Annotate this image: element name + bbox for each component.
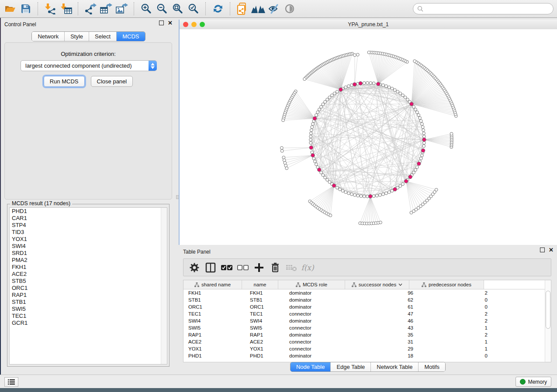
mcds-result-item[interactable]: STB1 bbox=[10, 299, 167, 306]
mcds-result-item[interactable]: TID3 bbox=[10, 229, 167, 236]
mcds-result-item[interactable]: STP4 bbox=[10, 222, 167, 229]
hub-node[interactable] bbox=[422, 138, 426, 141]
search-input[interactable] bbox=[426, 5, 549, 12]
table-row[interactable]: ORC1ORC1dominator610 bbox=[183, 303, 551, 310]
column-header-successor-nodes[interactable]: successor nodes bbox=[345, 280, 409, 289]
hub-node[interactable] bbox=[377, 82, 380, 86]
hub-node[interactable] bbox=[421, 149, 425, 152]
search-box[interactable] bbox=[413, 3, 554, 14]
minimize-window-button[interactable] bbox=[191, 22, 197, 27]
hub-node[interactable] bbox=[369, 195, 372, 198]
table-scrollbar-thumb[interactable] bbox=[546, 291, 550, 329]
tab-mcds[interactable]: MCDS bbox=[116, 32, 145, 41]
result-scrollbar[interactable] bbox=[161, 208, 167, 364]
mcds-result-item[interactable]: CAR1 bbox=[10, 215, 167, 222]
mcds-result-item[interactable]: PHD1 bbox=[10, 208, 167, 215]
table-tab-node-table[interactable]: Node Table bbox=[291, 362, 331, 371]
hub-node[interactable] bbox=[359, 82, 362, 85]
zoom-out-icon[interactable] bbox=[154, 1, 170, 16]
mcds-result-item[interactable]: SRD1 bbox=[10, 250, 167, 257]
column-layout-icon[interactable] bbox=[204, 261, 217, 274]
table-row[interactable]: PHD1PHD1dominator180 bbox=[183, 352, 551, 359]
export-table-icon[interactable] bbox=[98, 1, 114, 16]
table-row[interactable]: YOX1YOX1connector291 bbox=[183, 345, 551, 352]
network-view[interactable] bbox=[180, 29, 557, 245]
maximize-window-button[interactable] bbox=[200, 22, 205, 27]
hub-node[interactable] bbox=[404, 179, 408, 183]
table-row[interactable]: RAP1RAP1dominator352 bbox=[183, 331, 551, 338]
network-titlebar[interactable]: YPA_prune.txt_1 bbox=[180, 20, 557, 30]
hub-node[interactable] bbox=[339, 88, 343, 91]
float-panel-button[interactable] bbox=[159, 21, 164, 25]
memory-button[interactable]: Memory bbox=[515, 377, 551, 387]
hub-node[interactable] bbox=[353, 83, 356, 86]
mcds-result-item[interactable]: ACE2 bbox=[10, 271, 167, 278]
run-mcds-button[interactable]: Run MCDS bbox=[44, 76, 85, 87]
column-header-name[interactable]: name bbox=[242, 280, 278, 289]
table-tab-motifs[interactable]: Motifs bbox=[418, 362, 445, 371]
table-options-icon[interactable] bbox=[188, 261, 201, 274]
hide-graphics-details-icon[interactable] bbox=[266, 1, 282, 16]
refresh-view-icon[interactable] bbox=[210, 1, 226, 16]
network-snapshot-icon[interactable] bbox=[235, 1, 250, 16]
zoom-selected-icon[interactable] bbox=[186, 1, 201, 16]
delete-table-icon[interactable] bbox=[285, 261, 298, 274]
import-table-icon[interactable] bbox=[58, 1, 74, 16]
hub-node[interactable] bbox=[313, 117, 316, 120]
task-history-button[interactable] bbox=[4, 377, 18, 387]
close-table-panel-button[interactable]: ✕ bbox=[549, 248, 554, 252]
close-panel-button[interactable]: ✕ bbox=[168, 21, 173, 25]
network-overview-icon[interactable] bbox=[250, 1, 266, 16]
deselect-all-check-icon[interactable] bbox=[236, 261, 249, 274]
hub-node[interactable] bbox=[311, 154, 315, 157]
hub-node[interactable] bbox=[318, 168, 321, 172]
zoom-fit-icon[interactable] bbox=[170, 1, 186, 16]
mcds-result-item[interactable]: TEC1 bbox=[10, 313, 167, 320]
mcds-result-item[interactable]: SWI5 bbox=[10, 306, 167, 313]
export-image-icon[interactable] bbox=[114, 1, 130, 16]
tab-network[interactable]: Network bbox=[32, 32, 64, 41]
column-header-mcds-role[interactable]: MCDS role bbox=[278, 280, 345, 289]
close-window-button[interactable] bbox=[183, 22, 188, 27]
float-table-panel-button[interactable] bbox=[540, 248, 545, 252]
table-tab-edge-table[interactable]: Edge Table bbox=[330, 362, 370, 371]
table-row[interactable]: SWI5SWI5connector431 bbox=[183, 324, 551, 331]
mcds-result-list[interactable]: PHD1CAR1STP4TID3YOX1SWI4SRD1PMA2FKH1ACE2… bbox=[9, 207, 167, 364]
save-session-icon[interactable] bbox=[18, 1, 34, 16]
criterion-select[interactable]: largest connected component (undirected) bbox=[21, 60, 157, 71]
open-session-icon[interactable] bbox=[2, 1, 18, 16]
close-panel-button-mcds[interactable]: Close panel bbox=[91, 76, 133, 87]
mcds-result-item[interactable]: SWI4 bbox=[10, 243, 167, 250]
select-all-check-icon[interactable] bbox=[220, 261, 233, 274]
tab-style[interactable]: Style bbox=[64, 32, 89, 41]
column-header-predecessor-nodes[interactable]: predecessor nodes bbox=[409, 280, 484, 289]
mcds-result-item[interactable]: GCR1 bbox=[10, 320, 167, 327]
hub-node[interactable] bbox=[332, 184, 336, 187]
table-row[interactable]: ACE2ACE2connector311 bbox=[183, 338, 551, 345]
mcds-result-item[interactable]: STB5 bbox=[10, 278, 167, 285]
show-graphics-details-icon[interactable] bbox=[282, 1, 298, 16]
table-row[interactable]: SWI4SWI4dominator462 bbox=[183, 317, 551, 324]
table-scrollbar[interactable] bbox=[545, 280, 551, 362]
hub-node[interactable] bbox=[393, 188, 397, 191]
column-header-shared-name[interactable]: shared name bbox=[183, 280, 242, 289]
zoom-in-icon[interactable] bbox=[138, 1, 154, 16]
mcds-result-item[interactable]: FKH1 bbox=[10, 264, 167, 271]
mcds-result-item[interactable]: YOX1 bbox=[10, 236, 167, 243]
add-row-icon[interactable] bbox=[253, 261, 266, 274]
mcds-result-item[interactable]: ORC1 bbox=[10, 285, 167, 292]
table-row[interactable]: STB1STB1dominator620 bbox=[183, 296, 551, 303]
hub-node[interactable] bbox=[408, 175, 412, 179]
network-graph[interactable] bbox=[180, 29, 557, 245]
tab-select[interactable]: Select bbox=[89, 32, 116, 41]
table-row[interactable]: TEC1TEC1connector472 bbox=[183, 310, 551, 317]
hub-node[interactable] bbox=[309, 146, 313, 149]
import-network-icon[interactable] bbox=[42, 1, 58, 16]
export-network-icon[interactable] bbox=[83, 1, 98, 16]
table-row[interactable]: FKH1FKH1dominator962 bbox=[183, 289, 551, 296]
hub-node[interactable] bbox=[410, 102, 413, 106]
mcds-result-item[interactable]: RAP1 bbox=[10, 292, 167, 299]
function-builder-icon[interactable]: f(x) bbox=[301, 261, 314, 274]
delete-row-icon[interactable] bbox=[269, 261, 282, 274]
hub-node[interactable] bbox=[417, 162, 421, 165]
